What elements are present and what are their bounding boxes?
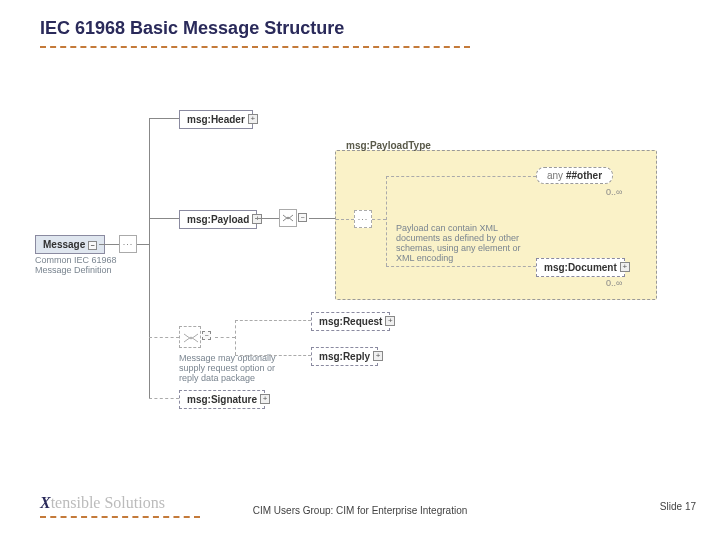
plus-icon: + xyxy=(248,114,258,124)
plus-icon: + xyxy=(260,394,270,404)
node-payload: msg:Payload + xyxy=(179,210,257,229)
slide-title: IEC 61968 Basic Message Structure xyxy=(40,18,344,39)
card-any: 0..∞ xyxy=(606,187,622,197)
plus-icon: + xyxy=(373,351,383,361)
footer-center: CIM Users Group: CIM for Enterprise Inte… xyxy=(253,505,468,516)
node-any: any ##other xyxy=(536,167,613,184)
node-reply-label: msg:Reply xyxy=(319,351,370,362)
node-header-label: msg:Header xyxy=(187,114,245,125)
node-request: msg:Request + xyxy=(311,312,390,331)
choice-connector xyxy=(279,209,297,227)
slide-num: 17 xyxy=(685,501,696,512)
payload-type-box: msg:PayloadType ··· any ##other 0..∞ Pay… xyxy=(335,150,657,300)
title-underline xyxy=(40,46,470,48)
node-request-label: msg:Request xyxy=(319,316,382,327)
choice-icon xyxy=(180,327,202,349)
node-document-label: msg:Document xyxy=(544,262,617,273)
minus-icon: − xyxy=(88,241,97,250)
minus-icon: − xyxy=(202,331,211,340)
card-document: 0..∞ xyxy=(606,278,622,288)
node-header: msg:Header + xyxy=(179,110,253,129)
slide-number: Slide 17 xyxy=(660,501,696,512)
ellipsis-icon: ··· xyxy=(123,239,134,249)
node-signature: msg:Signature + xyxy=(179,390,265,409)
optional-choice xyxy=(179,326,201,348)
any-other-label: ##other xyxy=(566,170,602,181)
node-document: msg:Document + xyxy=(536,258,625,277)
schema-diagram: Message − Common IEC 61968 Message Defin… xyxy=(35,90,685,480)
slide-label: Slide xyxy=(660,501,682,512)
choice-icon xyxy=(281,211,295,225)
node-reply: msg:Reply + xyxy=(311,347,378,366)
plus-icon: + xyxy=(620,262,630,272)
footer-logo-text: tensible Solutions xyxy=(51,494,165,511)
sequence-connector: ··· xyxy=(354,210,372,228)
sequence-connector: ··· xyxy=(119,235,137,253)
message-caption: Common IEC 61968 Message Definition xyxy=(35,255,135,275)
payload-type-title: msg:PayloadType xyxy=(344,140,433,151)
node-message: Message − xyxy=(35,235,105,254)
plus-icon: + xyxy=(385,316,395,326)
footer-underline xyxy=(40,516,200,518)
payload-note: Payload can contain XML documents as def… xyxy=(396,223,526,263)
minus-icon: − xyxy=(298,213,307,222)
node-payload-label: msg:Payload xyxy=(187,214,249,225)
node-signature-label: msg:Signature xyxy=(187,394,257,405)
node-message-label: Message xyxy=(43,239,85,250)
plus-icon: + xyxy=(252,214,262,224)
optional-caption: Message may optionally supply request op… xyxy=(179,353,289,383)
footer-logo: Xtensible Solutions xyxy=(40,494,165,512)
